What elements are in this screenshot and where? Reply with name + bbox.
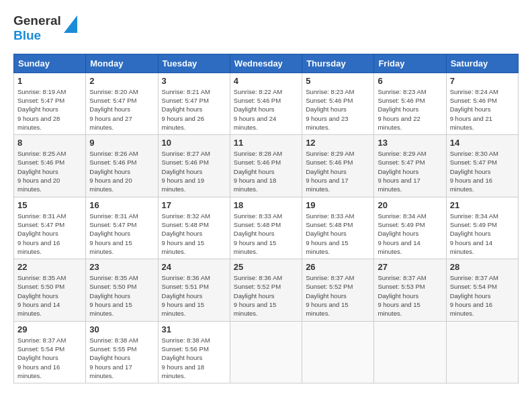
day-number: 31 xyxy=(162,324,226,334)
day-number: 16 xyxy=(89,200,154,210)
daylight-value: 9 hours and 27 minutes. xyxy=(89,115,132,131)
day-info: Sunrise: 8:38 AM Sunset: 5:56 PM Dayligh… xyxy=(162,336,226,380)
day-info: Sunrise: 8:34 AM Sunset: 5:49 PM Dayligh… xyxy=(378,212,442,256)
daylight-value: 9 hours and 24 minutes. xyxy=(234,115,276,131)
daylight-value: 9 hours and 16 minutes. xyxy=(17,363,60,379)
daylight-label: Daylight hours xyxy=(450,105,491,113)
sunset-label: Sunset: 5:46 PM xyxy=(234,158,281,166)
calendar-cell: 26 Sunrise: 8:37 AM Sunset: 5:52 PM Dayl… xyxy=(302,259,374,321)
daylight-value: 9 hours and 26 minutes. xyxy=(162,115,204,131)
sunset-label: Sunset: 5:46 PM xyxy=(162,158,209,166)
sunset-label: Sunset: 5:47 PM xyxy=(17,221,64,228)
sunset-label: Sunset: 5:47 PM xyxy=(17,97,64,104)
day-info: Sunrise: 8:20 AM Sunset: 5:47 PM Dayligh… xyxy=(89,87,154,132)
sunrise-label: Sunrise: 8:35 AM xyxy=(89,274,138,281)
sunset-label: Sunset: 5:46 PM xyxy=(89,158,136,166)
sunrise-label: Sunrise: 8:34 AM xyxy=(378,212,426,220)
sunset-label: Sunset: 5:56 PM xyxy=(162,345,209,353)
sunrise-label: Sunrise: 8:38 AM xyxy=(162,336,210,344)
sunrise-label: Sunrise: 8:37 AM xyxy=(306,274,354,281)
sunset-label: Sunset: 5:53 PM xyxy=(378,283,425,290)
daylight-label: Daylight hours xyxy=(17,230,58,237)
day-info: Sunrise: 8:19 AM Sunset: 5:47 PM Dayligh… xyxy=(17,87,82,132)
calendar-cell: 4 Sunrise: 8:22 AM Sunset: 5:46 PM Dayli… xyxy=(230,73,302,134)
daylight-label: Daylight hours xyxy=(162,292,203,300)
sunset-label: Sunset: 5:46 PM xyxy=(234,97,281,104)
sunrise-label: Sunrise: 8:31 AM xyxy=(89,212,138,220)
calendar-cell: 12 Sunrise: 8:29 AM Sunset: 5:46 PM Dayl… xyxy=(302,135,374,197)
sunrise-label: Sunrise: 8:29 AM xyxy=(378,150,426,157)
calendar-cell: 15 Sunrise: 8:31 AM Sunset: 5:47 PM Dayl… xyxy=(14,197,86,259)
svg-marker-0 xyxy=(64,15,77,33)
calendar-week-row: 1 Sunrise: 8:19 AM Sunset: 5:47 PM Dayli… xyxy=(14,73,519,134)
daylight-label: Daylight hours xyxy=(378,230,418,237)
day-info: Sunrise: 8:23 AM Sunset: 5:46 PM Dayligh… xyxy=(378,87,442,132)
sunset-label: Sunset: 5:51 PM xyxy=(162,283,209,290)
calendar-cell: 17 Sunrise: 8:32 AM Sunset: 5:48 PM Dayl… xyxy=(158,197,230,259)
sunrise-label: Sunrise: 8:32 AM xyxy=(162,212,210,220)
daylight-label: Daylight hours xyxy=(162,105,203,113)
daylight-value: 9 hours and 17 minutes. xyxy=(378,177,420,193)
logo-icon xyxy=(64,15,77,33)
sunrise-label: Sunrise: 8:36 AM xyxy=(162,274,210,281)
daylight-label: Daylight hours xyxy=(17,105,58,113)
sunrise-label: Sunrise: 8:30 AM xyxy=(450,150,498,157)
calendar-cell xyxy=(230,321,302,383)
daylight-label: Daylight hours xyxy=(306,230,347,237)
day-info: Sunrise: 8:24 AM Sunset: 5:46 PM Dayligh… xyxy=(450,87,515,132)
sunset-label: Sunset: 5:48 PM xyxy=(306,221,353,228)
weekday-header-monday: Monday xyxy=(86,54,158,73)
sunset-label: Sunset: 5:47 PM xyxy=(89,97,136,104)
day-number: 5 xyxy=(306,76,370,86)
daylight-value: 9 hours and 15 minutes. xyxy=(234,301,276,317)
day-number: 25 xyxy=(234,262,298,272)
daylight-label: Daylight hours xyxy=(89,105,130,113)
daylight-label: Daylight hours xyxy=(234,230,275,237)
daylight-label: Daylight hours xyxy=(450,230,491,237)
day-number: 12 xyxy=(306,138,370,148)
calendar-cell: 31 Sunrise: 8:38 AM Sunset: 5:56 PM Dayl… xyxy=(158,321,230,383)
daylight-label: Daylight hours xyxy=(162,354,203,361)
daylight-value: 9 hours and 15 minutes. xyxy=(234,239,276,255)
day-info: Sunrise: 8:36 AM Sunset: 5:52 PM Dayligh… xyxy=(234,273,298,318)
weekday-header-wednesday: Wednesday xyxy=(230,54,302,73)
sunset-label: Sunset: 5:47 PM xyxy=(378,158,425,166)
day-number: 10 xyxy=(162,138,226,148)
sunset-label: Sunset: 5:48 PM xyxy=(162,221,209,228)
day-info: Sunrise: 8:25 AM Sunset: 5:46 PM Dayligh… xyxy=(17,149,82,193)
day-number: 1 xyxy=(17,76,82,86)
logo-general: General xyxy=(13,13,61,28)
day-number: 23 xyxy=(89,262,154,272)
sunset-label: Sunset: 5:46 PM xyxy=(450,97,497,104)
day-info: Sunrise: 8:29 AM Sunset: 5:46 PM Dayligh… xyxy=(306,149,370,193)
sunset-label: Sunset: 5:52 PM xyxy=(306,283,353,290)
sunset-label: Sunset: 5:49 PM xyxy=(450,221,497,228)
day-info: Sunrise: 8:31 AM Sunset: 5:47 PM Dayligh… xyxy=(89,212,154,256)
day-number: 13 xyxy=(378,138,442,148)
daylight-value: 9 hours and 17 minutes. xyxy=(306,177,348,193)
day-info: Sunrise: 8:30 AM Sunset: 5:47 PM Dayligh… xyxy=(450,149,515,193)
day-info: Sunrise: 8:37 AM Sunset: 5:53 PM Dayligh… xyxy=(378,273,442,318)
sunrise-label: Sunrise: 8:20 AM xyxy=(89,88,138,95)
daylight-label: Daylight hours xyxy=(89,168,130,175)
calendar-cell xyxy=(446,321,518,383)
daylight-label: Daylight hours xyxy=(450,292,491,300)
daylight-value: 9 hours and 19 minutes. xyxy=(162,177,204,193)
day-number: 20 xyxy=(378,200,442,210)
day-number: 3 xyxy=(162,76,226,86)
sunset-label: Sunset: 5:54 PM xyxy=(17,345,64,353)
calendar-cell: 2 Sunrise: 8:20 AM Sunset: 5:47 PM Dayli… xyxy=(86,73,158,134)
daylight-value: 9 hours and 14 minutes. xyxy=(450,239,492,255)
weekday-header-tuesday: Tuesday xyxy=(158,54,230,73)
calendar-cell: 19 Sunrise: 8:33 AM Sunset: 5:48 PM Dayl… xyxy=(302,197,374,259)
day-info: Sunrise: 8:29 AM Sunset: 5:47 PM Dayligh… xyxy=(378,149,442,193)
daylight-value: 9 hours and 16 minutes. xyxy=(450,301,492,317)
daylight-value: 9 hours and 20 minutes. xyxy=(89,177,132,193)
weekday-header-saturday: Saturday xyxy=(446,54,518,73)
day-info: Sunrise: 8:22 AM Sunset: 5:46 PM Dayligh… xyxy=(234,87,298,132)
day-info: Sunrise: 8:27 AM Sunset: 5:46 PM Dayligh… xyxy=(162,149,226,193)
day-number: 7 xyxy=(450,76,515,86)
daylight-value: 9 hours and 15 minutes. xyxy=(306,239,348,255)
daylight-label: Daylight hours xyxy=(89,292,130,300)
calendar-cell: 24 Sunrise: 8:36 AM Sunset: 5:51 PM Dayl… xyxy=(158,259,230,321)
